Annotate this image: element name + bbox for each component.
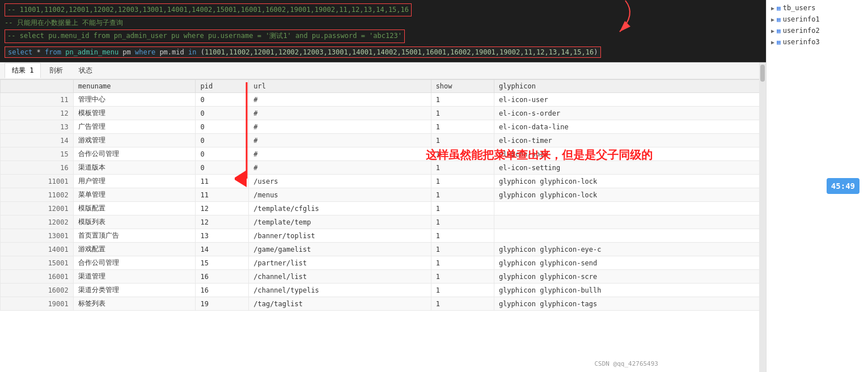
col-id xyxy=(1,80,74,93)
cell-glyphicon: el-icon-s-order xyxy=(494,107,765,120)
table-row[interactable]: 11 管理中心 0 # 1 el-icon-user xyxy=(1,93,766,107)
table-row[interactable]: 12002 模版列表 12 /template/temp 1 xyxy=(1,215,766,229)
table-container[interactable]: menuname pid url show glyphicon 11 管理中心 … xyxy=(0,79,766,372)
cell-id: 14001 xyxy=(1,243,74,256)
cell-glyphicon: el-icon-setting xyxy=(494,161,765,175)
cell-pid: 19 xyxy=(196,297,249,311)
cell-glyphicon: glyphicon glyphicon-send xyxy=(494,256,765,270)
table-row[interactable]: 15001 合作公司管理 15 /partner/list 1 glyphico… xyxy=(1,256,766,270)
annotation-text: 这样虽然能把菜单查出来，但是是父子同级的 xyxy=(426,147,653,163)
cell-menuname: 用户管理 xyxy=(73,175,196,188)
sidebar-item[interactable]: ▶ ▦ tb_users xyxy=(767,2,868,14)
cell-id: 16002 xyxy=(1,284,74,297)
cell-show: 1 xyxy=(431,229,494,243)
sidebar-item[interactable]: ▶ ▦ userinfo1 xyxy=(767,14,868,25)
cell-url: /banner/toplist xyxy=(249,229,431,243)
table-row[interactable]: 12001 模版配置 12 /template/cfglis 1 xyxy=(1,202,766,215)
sql-comment-line1: -- 11001,11002,12001,12002,12003,13001,1… xyxy=(7,6,409,14)
cell-id: 13 xyxy=(1,120,74,134)
cell-pid: 12 xyxy=(196,215,249,229)
col-menuname: menuname xyxy=(73,80,196,93)
cell-menuname: 菜单管理 xyxy=(73,188,196,202)
cell-glyphicon: el-icon-timer xyxy=(494,134,765,147)
table-row[interactable]: 16002 渠道分类管理 16 /channel/typelis 1 glyph… xyxy=(1,284,766,297)
cell-glyphicon: el-icon-user xyxy=(494,93,765,107)
table-row[interactable]: 11001 用户管理 11 /users 1 glyphicon glyphic… xyxy=(1,175,766,188)
table-row[interactable]: 19001 标签列表 19 /tag/taglist 1 glyphicon g… xyxy=(1,297,766,311)
cell-menuname: 合作公司管理 xyxy=(73,147,196,161)
cell-show: 1 xyxy=(431,188,494,202)
scroll-thumb xyxy=(760,65,765,82)
cell-pid: 13 xyxy=(196,229,249,243)
table-icon: ▦ xyxy=(777,5,781,12)
table-icon: ▦ xyxy=(777,16,781,23)
table-row[interactable]: 13001 首页置顶广告 13 /banner/toplist 1 xyxy=(1,229,766,243)
cell-id: 19001 xyxy=(1,297,74,311)
sidebar-expand-icon: ▶ xyxy=(771,39,774,45)
cell-glyphicon: glyphicon glyphicon-bullh xyxy=(494,284,765,297)
sidebar-item-label: userinfo1 xyxy=(783,15,820,23)
table-row[interactable]: 11002 菜单管理 11 /menus 1 glyphicon glyphic… xyxy=(1,188,766,202)
cell-show: 1 xyxy=(431,161,494,175)
table-row[interactable]: 12 模板管理 0 # 1 el-icon-s-order xyxy=(1,107,766,120)
cell-url: /tag/taglist xyxy=(249,297,431,311)
cell-show: 1 xyxy=(431,284,494,297)
cell-id: 14 xyxy=(1,134,74,147)
results-table: menuname pid url show glyphicon 11 管理中心 … xyxy=(0,79,766,311)
results-panel: 结果 1 剖析 状态 menuname pid url show glyphic… xyxy=(0,62,766,372)
time-badge: 45:49 xyxy=(827,178,859,194)
cell-glyphicon xyxy=(494,215,765,229)
cell-id: 12 xyxy=(1,107,74,120)
scrollbar[interactable] xyxy=(759,62,766,372)
cell-pid: 0 xyxy=(196,134,249,147)
cell-menuname: 游戏管理 xyxy=(73,134,196,147)
cell-menuname: 渠道版本 xyxy=(73,161,196,175)
sidebar-item-label: userinfo3 xyxy=(783,38,820,46)
sql-comment-line3: -- select pu.menu_id from pn_admin_user … xyxy=(7,32,402,40)
table-row[interactable]: 16 渠道版本 0 # 1 el-icon-setting xyxy=(1,161,766,175)
sidebar-expand-icon: ▶ xyxy=(771,16,774,23)
cell-pid: 11 xyxy=(196,188,249,202)
cell-id: 11001 xyxy=(1,175,74,188)
cell-url: /template/cfglis xyxy=(249,202,431,215)
cell-url: # xyxy=(249,107,431,120)
cell-glyphicon: glyphicon glyphicon-lock xyxy=(494,175,765,188)
sidebar-expand-icon: ▶ xyxy=(771,28,774,34)
sql-editor[interactable]: -- 11001,11002,12001,12002,12003,13001,1… xyxy=(0,0,766,62)
table-row[interactable]: 16001 渠道管理 16 /channel/list 1 glyphicon … xyxy=(1,270,766,284)
cell-pid: 16 xyxy=(196,284,249,297)
tab-profile[interactable]: 剖析 xyxy=(42,63,70,78)
cell-menuname: 广告管理 xyxy=(73,120,196,134)
cell-show: 1 xyxy=(431,256,494,270)
cell-menuname: 模版列表 xyxy=(73,215,196,229)
table-row[interactable]: 14 游戏管理 0 # 1 el-icon-timer xyxy=(1,134,766,147)
sidebar-item[interactable]: ▶ ▦ userinfo2 xyxy=(767,25,868,36)
cell-url: /menus xyxy=(249,188,431,202)
cell-menuname: 管理中心 xyxy=(73,93,196,107)
cell-glyphicon: glyphicon glyphicon-lock xyxy=(494,188,765,202)
tab-results[interactable]: 结果 1 xyxy=(5,63,41,78)
cell-show: 1 xyxy=(431,270,494,284)
cell-menuname: 模版配置 xyxy=(73,202,196,215)
cell-pid: 12 xyxy=(196,202,249,215)
cell-show: 1 xyxy=(431,134,494,147)
cell-show: 1 xyxy=(431,120,494,134)
cell-show: 1 xyxy=(431,243,494,256)
table-row[interactable]: 14001 游戏配置 14 /game/gamelist 1 glyphicon… xyxy=(1,243,766,256)
cell-url: /users xyxy=(249,175,431,188)
cell-pid: 0 xyxy=(196,147,249,161)
cell-pid: 16 xyxy=(196,270,249,284)
col-show: show xyxy=(431,80,494,93)
cell-id: 15 xyxy=(1,147,74,161)
cell-url: /template/temp xyxy=(249,215,431,229)
tab-status[interactable]: 状态 xyxy=(71,63,100,78)
cell-id: 13001 xyxy=(1,229,74,243)
cell-glyphicon xyxy=(494,229,765,243)
cell-id: 11 xyxy=(1,93,74,107)
cell-show: 1 xyxy=(431,202,494,215)
table-header-row: menuname pid url show glyphicon xyxy=(1,80,766,93)
table-row[interactable]: 13 广告管理 0 # 1 el-icon-data-line xyxy=(1,120,766,134)
sidebar-item[interactable]: ▶ ▦ userinfo3 xyxy=(767,36,868,48)
cell-url: # xyxy=(249,161,431,175)
tabs-bar: 结果 1 剖析 状态 xyxy=(0,62,766,79)
